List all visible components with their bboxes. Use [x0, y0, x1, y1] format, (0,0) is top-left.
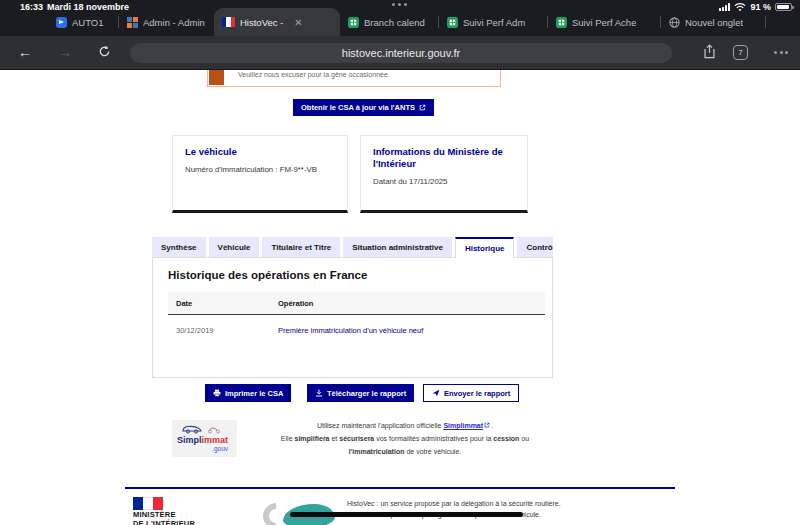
print-csa-label: Imprimer le CSA	[225, 389, 283, 398]
external-link-icon	[484, 422, 490, 428]
promo-bold: simplifiera	[294, 435, 329, 442]
promo-text: et	[330, 435, 340, 442]
browser-tab-histovec-active[interactable]: HistoVec - ✕	[214, 8, 340, 36]
browser-tab-suivi-perf-adm[interactable]: Suivi Perf Adm	[439, 8, 547, 36]
url-text: histovec.interieur.gouv.fr	[342, 47, 460, 59]
ministry-card-title: Informations du Ministère de l'Intérieur	[373, 146, 515, 170]
auto1-favicon-icon	[56, 17, 67, 28]
share-icon[interactable]	[703, 44, 716, 59]
tab-title: Admin - Admin	[143, 17, 205, 28]
promo-text: .	[491, 422, 493, 429]
reload-button[interactable]	[98, 45, 111, 58]
ministry-info-card: Informations du Ministère de l'Intérieur…	[360, 135, 528, 213]
promo-text: Utilisez maintenant l'application offici…	[317, 422, 444, 429]
browser-tab-admin[interactable]: Admin - Admin	[119, 8, 214, 36]
status-time: 16:33	[20, 2, 43, 12]
simplimmat-gouv: .gouv	[177, 445, 232, 453]
browser-tab-strip: 16:33 Mardi 18 novembre 91 % AUTO1 Admin…	[0, 0, 800, 36]
ministry-line-2: DE L'INTÉRIEUR	[133, 520, 195, 525]
wordmark-blue: Simpl	[177, 435, 202, 445]
printer-icon	[213, 389, 221, 397]
external-link-icon	[419, 104, 426, 111]
ministry-logo-text: MINISTÈRE DE L'INTÉRIEUR	[133, 511, 195, 525]
history-table: Date Opération 30/12/2019 Première immat…	[168, 292, 545, 345]
promo-line-3: l'immatriculation de votre véhicule.	[235, 445, 575, 458]
tab-title: Suivi Perf Adm	[463, 17, 525, 28]
tab-title: Branch calend	[364, 17, 425, 28]
history-heading: Historique des opérations en France	[168, 269, 367, 281]
promo-bold: sécurisera	[339, 435, 374, 442]
site-footer: MINISTÈRE DE L'INTÉRIEUR HistoVec : un s…	[125, 487, 675, 525]
tab-synthese[interactable]: Synthèse	[152, 237, 206, 257]
tab-title: HistoVec -	[240, 17, 283, 28]
vehicle-card: Le véhicule Numéro d'immatriculation : F…	[172, 135, 348, 213]
promo-line-2: Elle simplifiera et sécurisera vos forma…	[235, 432, 575, 445]
tab-title: Nouvel onglet	[685, 17, 743, 28]
forward-button[interactable]: →	[58, 44, 72, 60]
promo-text: de votre véhicule.	[404, 448, 461, 455]
close-tab-icon[interactable]: ✕	[294, 17, 302, 28]
tab-separator	[765, 16, 766, 28]
promo-bold: l'immatriculation	[349, 448, 405, 455]
promo-text: Elle	[281, 435, 295, 442]
table-row: 30/12/2019 Première immatriculation d'un…	[168, 315, 545, 345]
column-date: Date	[168, 299, 278, 308]
simplimmat-promo-text: Utilisez maintenant l'application offici…	[235, 419, 575, 458]
grid-favicon-icon	[127, 17, 138, 28]
table-header-row: Date Opération	[168, 292, 545, 315]
promo-bold: cession	[493, 435, 519, 442]
url-bar[interactable]: histovec.interieur.gouv.fr	[130, 43, 672, 63]
obtain-csa-ants-button[interactable]: Obtenir le CSA à jour via l'ANTS	[293, 99, 434, 116]
multitask-indicator-icon[interactable]	[392, 3, 407, 6]
ministry-card-body: Datant du 17/11/2025	[373, 177, 515, 186]
tabs-row: AUTO1 Admin - Admin HistoVec - ✕ Branch …	[48, 8, 770, 36]
column-operation: Opération	[278, 299, 313, 308]
sheets-favicon-icon	[348, 17, 359, 28]
tab-vehicule[interactable]: Véhicule	[209, 237, 260, 257]
tab-count-button[interactable]: 7	[733, 45, 748, 60]
sheets-favicon-icon	[447, 17, 458, 28]
promo-line-1: Utilisez maintenant l'application offici…	[235, 419, 575, 432]
download-report-button[interactable]: Télécharger le rapport	[307, 384, 414, 402]
browser-tab-auto1[interactable]: AUTO1	[48, 8, 118, 36]
tab-title: AUTO1	[72, 17, 104, 28]
globe-favicon-icon	[669, 17, 680, 28]
print-csa-button[interactable]: Imprimer le CSA	[205, 384, 291, 402]
battery-icon	[775, 3, 792, 11]
simplimmat-link[interactable]: Simplimmat	[443, 422, 483, 429]
tab-situation-administrative[interactable]: Situation administrative	[343, 237, 452, 257]
report-tab-list: Synthèse Véhicule Titulaire et Titre Sit…	[152, 237, 553, 258]
wordmark-red: immat	[202, 435, 229, 445]
vehicle-card-title: Le véhicule	[185, 146, 335, 158]
browser-tab-suivi-perf-ache[interactable]: Suivi Perf Ache	[548, 8, 660, 36]
send-icon	[432, 389, 440, 397]
browser-toolbar: ← → histovec.interieur.gouv.fr 7	[0, 36, 800, 70]
tab-historique[interactable]: Historique	[455, 237, 515, 258]
row-date: 30/12/2019	[168, 326, 278, 335]
promo-text: vos formalités administratives pour la	[374, 435, 493, 442]
browser-tab-branch[interactable]: Branch calend	[340, 8, 438, 36]
overflow-menu-icon[interactable]	[774, 51, 788, 54]
promo-text: ou	[519, 435, 529, 442]
browser-tab-nouvel-onglet[interactable]: Nouvel onglet	[661, 8, 765, 36]
vehicle-card-body: Numéro d'immatriculation : FM-9**-VB	[185, 165, 335, 174]
french-flag-favicon-icon	[222, 17, 235, 27]
row-operation-link[interactable]: Première immatriculation d'un véhicule n…	[278, 326, 423, 335]
tab-title: Suivi Perf Ache	[572, 17, 636, 28]
download-report-label: Télécharger le rapport	[327, 389, 406, 398]
tab-controles-techniques[interactable]: Contrôles techniques	[517, 237, 553, 257]
warning-text: Veuillez nous excuser pour la gêne occas…	[238, 71, 390, 78]
ipad-screen: 16:33 Mardi 18 novembre 91 % AUTO1 Admin…	[0, 0, 800, 525]
footer-tagline-1: HistoVec : un service proposé par la dél…	[347, 499, 561, 510]
download-icon	[315, 389, 323, 397]
sheets-favicon-icon	[556, 17, 567, 28]
tab-titulaire-et-titre[interactable]: Titulaire et Titre	[262, 237, 340, 257]
back-button[interactable]: ←	[18, 44, 32, 60]
french-flag-logo	[133, 497, 163, 510]
home-indicator[interactable]	[290, 512, 523, 517]
send-report-label: Envoyer le rapport	[444, 389, 510, 398]
simplimmat-logo: Simplimmat .gouv	[172, 420, 237, 457]
simplimmat-wordmark: Simplimmat	[177, 435, 232, 445]
ants-button-label: Obtenir le CSA à jour via l'ANTS	[301, 103, 415, 112]
send-report-button[interactable]: Envoyer le rapport	[423, 384, 519, 402]
